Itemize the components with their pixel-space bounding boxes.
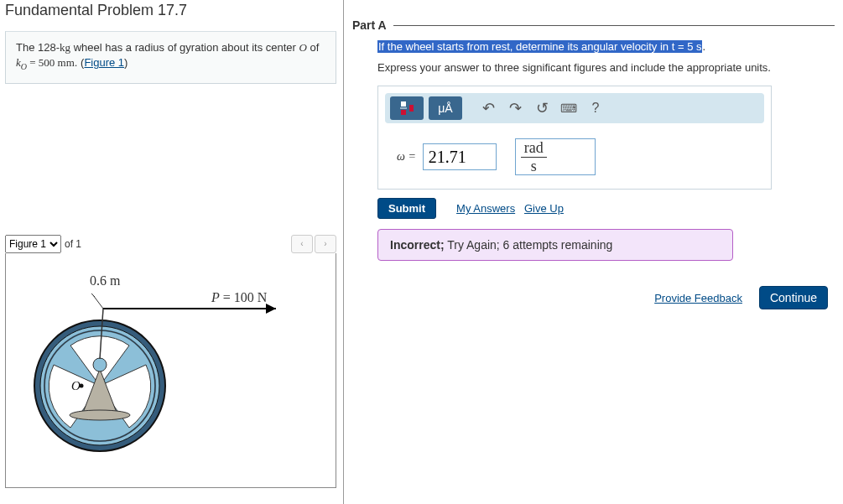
- force-label: P = 100 N: [211, 290, 267, 305]
- prompt-highlight: If the wheel starts from rest, determine…: [377, 40, 702, 53]
- part-divider: [393, 25, 835, 26]
- units-hint: Express your answer to three significant…: [377, 61, 835, 74]
- answer-area: μÅ ↶ ↷ ↺ ⌨ ? ω = rad s: [377, 86, 772, 190]
- fraction-tool-button[interactable]: [390, 96, 424, 120]
- unit-fraction: rad s: [521, 139, 547, 175]
- answer-input-row: ω = rad s: [378, 130, 771, 189]
- text: wheel has a radius of gyration about its…: [70, 41, 299, 54]
- svg-line-12: [91, 294, 95, 297]
- center-label: O: [71, 379, 81, 392]
- figure-panel: 0.6 m P = 100 N: [5, 253, 336, 488]
- svg-line-11: [93, 295, 103, 309]
- figure-link[interactable]: Figure 1: [84, 56, 124, 69]
- feedback-text: Try Again; 6 attempts remaining: [445, 238, 613, 252]
- submit-button[interactable]: Submit: [377, 198, 436, 219]
- var-kO: kO: [16, 56, 27, 69]
- figure-selector[interactable]: Figure 1: [5, 235, 61, 253]
- answer-toolbar: μÅ ↶ ↷ ↺ ⌨ ?: [385, 93, 764, 123]
- page-title: Fundamental Problem 17.7: [5, 2, 336, 19]
- text-mm: mm: [58, 56, 75, 69]
- keyboard-icon[interactable]: ⌨: [558, 101, 580, 115]
- help-icon[interactable]: ?: [585, 101, 606, 116]
- text: ): [124, 56, 127, 69]
- unit-denominator: s: [528, 158, 540, 175]
- feedback-box: Incorrect; Try Again; 6 attempts remaini…: [377, 229, 733, 261]
- var-O: O: [299, 41, 306, 54]
- answer-symbol: ω =: [397, 150, 416, 164]
- prev-figure-button[interactable]: ‹: [291, 235, 313, 253]
- svg-rect-16: [409, 105, 414, 112]
- actions-row: Submit My Answers Give Up: [377, 198, 835, 219]
- svg-point-8: [93, 358, 107, 372]
- units-tool-button[interactable]: μÅ: [429, 96, 462, 120]
- next-figure-button[interactable]: ›: [315, 235, 336, 253]
- radius-label: 0.6 m: [90, 273, 120, 288]
- undo-icon[interactable]: ↶: [477, 99, 499, 117]
- part-label: Part A: [352, 18, 387, 32]
- text-kg: kg: [60, 41, 70, 54]
- answer-unit-box[interactable]: rad s: [515, 138, 596, 175]
- unit-numerator: rad: [521, 139, 547, 158]
- answer-value-input[interactable]: [423, 143, 497, 170]
- figure-nav-bar: Figure 1 of 1 ‹ ›: [5, 235, 336, 253]
- svg-rect-13: [401, 101, 406, 107]
- text: The 128-: [16, 41, 60, 54]
- left-column: Fundamental Problem 17.7 The 128-kg whee…: [0, 0, 344, 504]
- svg-rect-14: [401, 110, 406, 115]
- right-column: Part A If the wheel starts from rest, de…: [344, 0, 843, 504]
- provide-feedback-link[interactable]: Provide Feedback: [654, 292, 742, 304]
- svg-marker-1: [266, 304, 276, 314]
- reset-icon[interactable]: ↺: [531, 99, 553, 117]
- continue-button[interactable]: Continue: [759, 286, 828, 309]
- text: = 500: [27, 56, 58, 69]
- problem-statement: The 128-kg wheel has a radius of gyratio…: [5, 31, 336, 84]
- figure-count: of 1: [65, 238, 81, 250]
- page-root: Fundamental Problem 17.7 The 128-kg whee…: [0, 0, 843, 504]
- text: . (: [75, 56, 85, 69]
- bottom-row: Provide Feedback Continue: [352, 286, 835, 309]
- feedback-status: Incorrect;: [390, 238, 445, 252]
- redo-icon[interactable]: ↷: [504, 99, 526, 117]
- text: of: [307, 41, 319, 54]
- give-up-link[interactable]: Give Up: [524, 202, 564, 215]
- prompt-line: If the wheel starts from rest, determine…: [377, 40, 835, 53]
- part-header: Part A: [352, 18, 835, 32]
- my-answers-link[interactable]: My Answers: [456, 202, 515, 215]
- svg-point-7: [70, 410, 130, 420]
